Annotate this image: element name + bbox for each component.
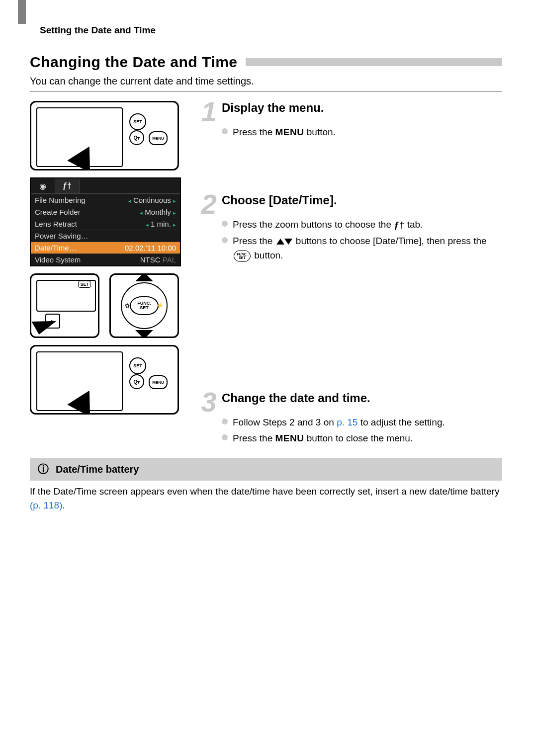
- dpad-up-arrow-icon: [135, 273, 153, 281]
- illustration-camera-menu-2: SET Q▾ MENU: [30, 345, 179, 415]
- step-title-1: Display the menu.: [222, 101, 324, 119]
- menu-button-icon: MENU: [149, 375, 168, 389]
- dpad-right-icon: ⚡: [156, 302, 164, 309]
- menu-row-label: Lens Retract: [35, 220, 77, 228]
- step-number-3: 3: [199, 391, 219, 414]
- tip-title: Date/Time battery: [56, 464, 139, 475]
- menu-button-icon: MENU: [149, 131, 168, 145]
- menu-row-value: ◂ Continuous ▸: [128, 196, 176, 204]
- section-tab: [18, 0, 26, 24]
- step-3-bullet-1: Follow Steps 2 and 3 on p. 15 to adjust …: [233, 416, 445, 429]
- step-title-3: Change the date and time.: [222, 391, 370, 410]
- illustration-dpad: FUNC. SET ✿ ⚡: [109, 273, 179, 338]
- title-bar: [246, 58, 503, 66]
- func-set-icon: FUNC.SET: [234, 250, 251, 262]
- menu-row-value: NTSC PAL: [140, 255, 176, 264]
- page-link-15[interactable]: p. 15: [337, 417, 358, 427]
- step-3-bullet-2: Press the MENU button to close the menu.: [233, 431, 413, 445]
- left-arrow-icon: ◂: [146, 222, 149, 228]
- illustration-camera-back-small: ▸ SET: [30, 273, 99, 338]
- set-button-icon: SET: [129, 113, 146, 130]
- menu-row: Lens Retract◂ 1 min. ▸: [31, 218, 180, 230]
- menu-row-label: Power Saving…: [35, 232, 89, 240]
- menu-row-value: ◂ 1 min. ▸: [146, 220, 176, 228]
- dpad-icon: FUNC. SET ✿ ⚡: [121, 282, 168, 329]
- bullet-icon: [222, 419, 228, 424]
- menu-row: Video SystemNTSC PAL: [31, 253, 180, 265]
- q-button-icon: Q▾: [129, 374, 144, 389]
- menu-row-label: Create Folder: [35, 208, 81, 216]
- menu-tab-tools: ƒ†: [55, 178, 80, 193]
- tip-text: If the Date/Time screen appears even whe…: [30, 485, 502, 512]
- menu-button-label: MENU: [275, 433, 304, 443]
- step-2-bullet-1: Press the zoom buttons to choose the ƒ† …: [233, 218, 423, 232]
- menu-row-label: Date/Time…: [35, 244, 77, 252]
- step-number-2: 2: [199, 193, 219, 216]
- tools-icon: ƒ†: [394, 218, 404, 232]
- q-button-icon: Q▾: [129, 130, 144, 145]
- step-title-2: Choose [Date/Time].: [222, 193, 337, 212]
- page-title: Changing the Date and Time: [30, 54, 238, 71]
- tools-tab-icon: ƒ†: [63, 181, 72, 190]
- camera-icon: ◉: [39, 181, 46, 191]
- menu-row: Power Saving…: [31, 230, 180, 242]
- menu-row: Date/Time…02.02.'11 10:00: [31, 242, 180, 253]
- step-number-1: 1: [199, 101, 219, 123]
- set-label-icon: SET: [78, 281, 91, 288]
- right-arrow-icon: ▸: [173, 222, 176, 228]
- step-2-bullet-2: Press the buttons to choose [Date/Time],…: [233, 234, 502, 262]
- right-arrow-icon: ▸: [173, 198, 176, 204]
- running-head: Setting the Date and Time: [40, 25, 502, 36]
- menu-tab-camera: ◉: [31, 178, 55, 193]
- illustration-menu-screen: ◉ ƒ† File Numbering◂ Continuous ▸Create …: [30, 177, 181, 266]
- tip-bar: ⓘ Date/Time battery: [30, 458, 502, 481]
- menu-row: File Numbering◂ Continuous ▸: [31, 194, 180, 206]
- page-link-118[interactable]: (p. 118): [30, 500, 62, 510]
- menu-row-value: ◂ Monthly ▸: [140, 208, 176, 216]
- bullet-icon: [222, 128, 228, 134]
- lightbulb-icon: ⓘ: [38, 462, 49, 477]
- up-down-arrows-icon: [276, 235, 292, 249]
- func-set-button-icon: FUNC. SET: [130, 296, 159, 315]
- bullet-icon: [222, 434, 228, 440]
- menu-row-value: 02.02.'11 10:00: [125, 244, 176, 252]
- dpad-left-icon: ✿: [125, 302, 130, 309]
- menu-row-label: Video System: [35, 255, 81, 264]
- right-arrow-icon: ▸: [173, 210, 176, 216]
- left-arrow-icon: ◂: [128, 198, 131, 204]
- left-arrow-icon: ◂: [140, 210, 143, 216]
- bullet-icon: [222, 221, 228, 227]
- bullet-icon: [222, 237, 228, 243]
- intro-text: You can change the current date and time…: [30, 76, 502, 87]
- step-1-bullet-1: Press the MENU button.: [233, 125, 336, 139]
- menu-button-label: MENU: [275, 127, 304, 137]
- illustration-camera-menu: SET Q▾ MENU: [30, 101, 179, 170]
- dpad-down-arrow-icon: [135, 330, 153, 338]
- divider: [30, 91, 502, 92]
- menu-row-label: File Numbering: [35, 196, 86, 204]
- menu-row: Create Folder◂ Monthly ▸: [31, 206, 180, 218]
- set-button-icon: SET: [129, 357, 146, 374]
